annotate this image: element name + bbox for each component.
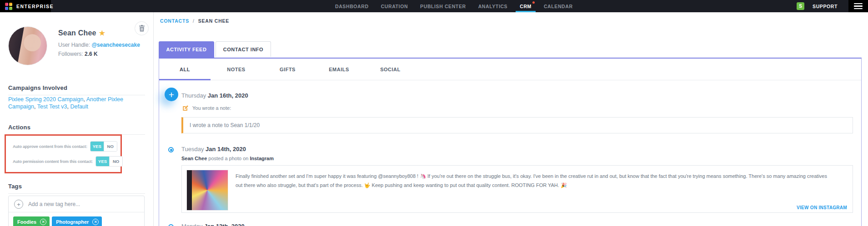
add-tag-input[interactable]: + Add a new tag here... [9, 196, 144, 212]
entry-day: Tuesday [181, 146, 206, 152]
subtab-notes[interactable]: NOTES [211, 59, 262, 80]
tab-contact-info[interactable]: CONTACT INFO [216, 41, 271, 57]
favorite-star-icon[interactable]: ★ [99, 29, 105, 37]
remove-tag-icon[interactable]: ✕ [92, 219, 99, 225]
post-action: posted a photo on [207, 156, 250, 161]
breadcrumb-contacts-link[interactable]: CONTACTS [160, 18, 189, 24]
subtab-all[interactable]: ALL [159, 59, 211, 80]
auto-permission-toggle: YES NO [95, 156, 123, 167]
logo[interactable]: ENTERPRISE [0, 0, 51, 12]
subtab-gifts[interactable]: GIFTS [262, 59, 313, 80]
timeline-entry-clipped: Monday Jan 13th, 2020 [181, 223, 853, 226]
tag-chip-photographer[interactable]: Photographer ✕ [52, 216, 102, 226]
subtab-social[interactable]: SOCIAL [365, 59, 416, 80]
nav-item-analytics[interactable]: ANALYTICS [478, 0, 508, 12]
entry-date-heading: Thursday Jan 16th, 2020 [181, 92, 853, 99]
note-header-text: You wrote a note: [192, 105, 231, 111]
breadcrumb-separator: / [193, 18, 195, 24]
entry-date-heading: Tuesday Jan 14th, 2020 [181, 146, 853, 152]
post-platform: Instagram [250, 156, 274, 161]
followers-count: 2.6 K [85, 51, 98, 57]
view-on-instagram-link[interactable]: VIEW ON INSTAGRAM [797, 205, 847, 210]
pencil-note-icon [182, 105, 189, 111]
timeline-bullet-icon [168, 147, 174, 152]
nav-item-crm-label: CRM [520, 4, 532, 9]
campaigns-section-title: Campaigns Involved [8, 84, 145, 95]
timeline-bullet-icon [168, 224, 174, 226]
entry-day: Monday [181, 223, 204, 226]
add-tag-plus-icon[interactable]: + [14, 200, 23, 209]
actions-section-title: Actions [8, 124, 145, 135]
tag-chip-foodies[interactable]: Foodies ✕ [13, 216, 50, 226]
add-tag-placeholder: Add a new tag here... [28, 201, 80, 207]
post-author: Sean Chee [181, 156, 207, 161]
top-nav: ENTERPRISE DASHBOARD CURATION PUBLISH CE… [0, 0, 868, 12]
support-link[interactable]: SUPPORT [813, 4, 838, 9]
contact-handle-link[interactable]: @seancheesecake [91, 42, 140, 48]
entry-date: Jan 14th, 2020 [206, 146, 246, 152]
hamburger-menu-icon[interactable] [848, 0, 868, 12]
nav-item-calendar[interactable]: CALENDAR [544, 0, 573, 12]
feed-filter-tabs: ALL NOTES GIFTS EMAILS SOCIAL [159, 59, 861, 80]
contact-handle-row: User Handle: @seancheesecake [58, 42, 140, 48]
breadcrumb: CONTACTS/SEAN CHEE [160, 18, 229, 24]
contact-followers-row: Followers: 2.6 K [58, 51, 98, 57]
post-caption: Finally finished another set and I'm sup… [236, 170, 847, 190]
activity-feed-panel: ALL NOTES GIFTS EMAILS SOCIAL + Thursday… [159, 58, 862, 226]
contact-sidebar: Sean Chee★ User Handle: @seancheesecake … [0, 12, 154, 226]
instagram-post-card: Finally finished another set and I'm sup… [181, 165, 853, 213]
auto-approve-toggle: YES NO [90, 141, 117, 152]
campaign-link-3[interactable]: Default [70, 103, 88, 110]
nav-item-crm[interactable]: CRM [520, 0, 532, 12]
breadcrumb-current: SEAN CHEE [198, 18, 229, 24]
support-status-badge[interactable]: S [797, 2, 804, 10]
delete-contact-button[interactable] [135, 21, 149, 35]
contact-tabs: ACTIVITY FEED CONTACT INFO [159, 41, 271, 58]
contact-name: Sean Chee [58, 29, 96, 37]
pixlee-logo-icon [5, 3, 12, 10]
followers-label: Followers: [58, 51, 85, 57]
timeline-entry-note: Thursday Jan 16th, 2020 You wrote a note… [181, 92, 853, 133]
nav-item-publish-center[interactable]: PUBLISH CENTER [420, 0, 466, 12]
main-content: CONTACTS/SEAN CHEE ACTIVITY FEED CONTACT… [154, 12, 868, 226]
auto-permission-row: Auto permission content from this contac… [13, 156, 116, 167]
nav-item-curation[interactable]: CURATION [381, 0, 408, 12]
note-box[interactable]: I wrote a note to Sean 1/1/20 [181, 117, 853, 133]
post-subheading: Sean Chee posted a photo on Instagram [181, 156, 853, 161]
actions-highlight-box: Auto approve content from this contact: … [5, 134, 122, 173]
auto-permission-yes-button[interactable]: YES [96, 157, 109, 166]
trash-icon [139, 25, 145, 32]
campaign-links: Pixlee Spring 2020 Campaign, Another Pix… [8, 96, 146, 110]
campaign-link-2[interactable]: Test Test v3 [37, 103, 67, 110]
entry-date: Jan 16th, 2020 [208, 92, 248, 99]
nav-menu: DASHBOARD CURATION PUBLISH CENTER ANALYT… [335, 0, 573, 12]
auto-approve-yes-button[interactable]: YES [90, 142, 104, 151]
nav-item-dashboard[interactable]: DASHBOARD [335, 0, 369, 12]
tag-chip-label: Photographer [56, 219, 89, 225]
entry-date: Jan 13th, 2020 [204, 223, 245, 226]
handle-label: User Handle: [58, 42, 91, 48]
nav-right: S SUPPORT [797, 0, 868, 12]
tags-box: + Add a new tag here... Foodies ✕ Photog… [8, 196, 145, 226]
entry-day: Thursday [181, 92, 208, 99]
auto-approve-row: Auto approve content from this contact: … [13, 141, 116, 152]
timeline-feed: + Thursday Jan 16th, 2020 You wrote a no… [159, 80, 861, 226]
post-photo-thumbnail[interactable] [186, 170, 228, 211]
tag-chip-label: Foodies [17, 219, 36, 225]
crm-notification-dot [532, 1, 535, 4]
entry-date-heading: Monday Jan 13th, 2020 [181, 223, 853, 226]
timeline-entry-social: Tuesday Jan 14th, 2020 Sean Chee posted … [181, 146, 853, 213]
contact-avatar [8, 26, 47, 65]
auto-approve-no-button[interactable]: NO [104, 142, 117, 151]
tab-activity-feed[interactable]: ACTIVITY FEED [159, 41, 214, 58]
auto-permission-no-button[interactable]: NO [109, 157, 122, 166]
add-entry-button[interactable]: + [165, 88, 178, 101]
auto-permission-label: Auto permission content from this contac… [13, 159, 93, 164]
logo-text: ENTERPRISE [16, 4, 54, 9]
tags-section-title: Tags [8, 183, 145, 194]
remove-tag-icon[interactable]: ✕ [40, 219, 46, 225]
subtab-emails[interactable]: EMAILS [313, 59, 365, 80]
note-label-row: You wrote a note: [182, 105, 853, 111]
tag-chips-row: Foodies ✕ Photographer ✕ [9, 212, 144, 226]
campaign-link-0[interactable]: Pixlee Spring 2020 Campaign [8, 96, 83, 103]
